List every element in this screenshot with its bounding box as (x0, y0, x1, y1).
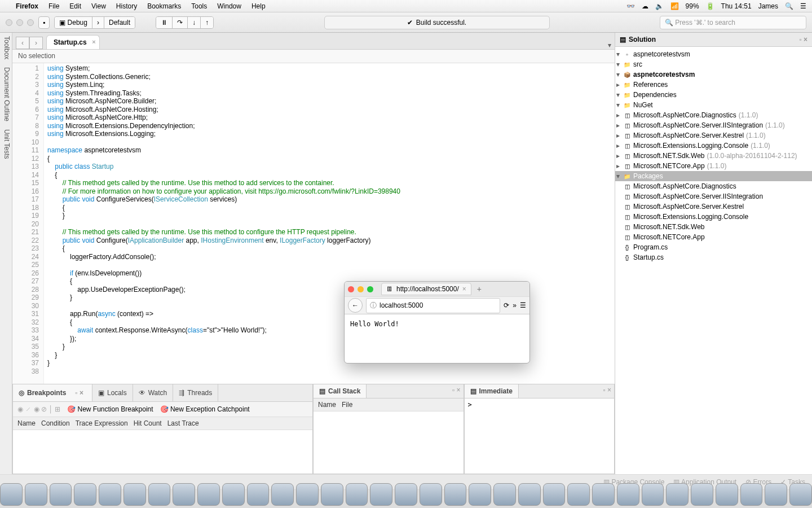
immediate-input[interactable]: > (465, 398, 615, 474)
dock-app-icon[interactable] (518, 483, 541, 506)
nav-back-button[interactable]: ‹ (16, 37, 29, 49)
dock-app-icon[interactable] (716, 483, 738, 506)
tab-watch[interactable]: 👁 Watch (133, 384, 174, 401)
dock-app-icon[interactable] (691, 483, 713, 506)
menu-help[interactable]: Help (251, 2, 266, 10)
dock-app-icon[interactable] (0, 483, 23, 506)
browser-more-icon[interactable]: » (513, 301, 517, 309)
tree-node[interactable]: ▸◫Microsoft.AspNetCore.Server.Kestrel (1… (615, 130, 812, 141)
tab-overflow-icon[interactable]: ▾ (608, 41, 611, 49)
unit-tests-tab[interactable]: Unit Tests (1, 129, 11, 159)
debug-controls[interactable]: ⏸ ↷ ↓ ↑ (156, 16, 214, 29)
dock-app-icon[interactable] (222, 483, 245, 506)
menu-tools[interactable]: Tools (191, 2, 207, 10)
close-icon[interactable]: × (92, 38, 95, 45)
new-func-bp-button[interactable]: 🎯 New Function Breakpoint (67, 405, 153, 413)
tree-node[interactable]: {}Startup.cs (615, 252, 812, 262)
dock-app-icon[interactable] (666, 483, 689, 506)
tree-node[interactable]: ◫Microsoft.AspNetCore.Server.Kestrel (615, 202, 812, 212)
tree-node[interactable]: ◫Microsoft.Extensions.Logging.Console (615, 212, 812, 222)
global-search[interactable]: 🔍 Press '⌘.' to search (660, 16, 806, 29)
dock-app-icon[interactable] (469, 483, 491, 506)
tree-node[interactable]: ◫Microsoft.AspNetCore.Diagnostics (615, 181, 812, 191)
dock-app-icon[interactable] (25, 483, 47, 506)
tree-node[interactable]: ◫Microsoft.AspNetCore.Server.IISIntegrat… (615, 191, 812, 202)
browser-min-icon[interactable] (358, 286, 364, 292)
browser-tab[interactable]: 🗏http://localhost:5000/× (381, 283, 471, 295)
dock-app-icon[interactable] (567, 483, 590, 506)
tree-node[interactable]: ▾📁src (615, 59, 812, 69)
dock-app-icon[interactable] (123, 483, 146, 506)
wifi-icon[interactable]: 📶 (670, 2, 679, 10)
step-over-button[interactable]: ↷ (173, 17, 188, 28)
doc-outline-tab[interactable]: Document Outline (1, 67, 11, 121)
cloud-icon[interactable]: ☁ (642, 2, 648, 10)
menu-view[interactable]: View (91, 2, 106, 10)
tree-node[interactable]: ▾📁Dependencies (615, 90, 812, 100)
tab-breakpoints[interactable]: ◎ Breakpoints▫ × (13, 384, 92, 401)
step-out-button[interactable]: ↑ (201, 17, 213, 28)
dock-app-icon[interactable] (789, 483, 812, 506)
tree-node[interactable]: {}Program.cs (615, 242, 812, 252)
run-config[interactable]: ▣ Debug › Default (54, 16, 135, 29)
browser-url-input[interactable]: ⓘlocalhost:5000 (366, 298, 500, 313)
battery-icon[interactable]: 🔋 (706, 2, 714, 10)
tree-node[interactable]: ▸◫Microsoft.AspNetCore.Server.IISIntegra… (615, 120, 812, 130)
browser-back-button[interactable]: ← (348, 298, 363, 313)
tree-node[interactable]: ▸📁References (615, 80, 812, 90)
dock-app-icon[interactable] (617, 483, 639, 506)
dock-app-icon[interactable] (74, 483, 96, 506)
window-traffic-lights[interactable] (6, 19, 34, 26)
dock-app-icon[interactable] (420, 483, 442, 506)
left-tool-rail[interactable]: Toolbox Document Outline Unit Tests (0, 33, 12, 474)
tree-node[interactable]: ▾📁NuGet (615, 100, 812, 110)
tab-immediate[interactable]: ▤ Immediate (465, 384, 519, 398)
tree-node[interactable]: ▸◫Microsoft.NET.Sdk.Web (1.0.0-alpha-201… (615, 151, 812, 161)
notifications-icon[interactable]: ☰ (800, 2, 806, 10)
new-exc-bp-button[interactable]: 🎯 New Exception Catchpoint (160, 405, 250, 413)
tab-callstack[interactable]: ▤ Call Stack (314, 384, 367, 398)
dock-app-icon[interactable] (321, 483, 343, 506)
dock-app-icon[interactable] (99, 483, 121, 506)
tree-node[interactable]: ▾📦aspnetcoretestvsm (615, 69, 812, 80)
dock-app-icon[interactable] (271, 483, 294, 506)
menu-window[interactable]: Window (217, 2, 241, 10)
browser-reload-icon[interactable]: ⟳ (504, 301, 509, 309)
dock-app-icon[interactable] (444, 483, 467, 506)
spotlight-icon[interactable]: 🔍 (785, 2, 793, 10)
stop-button[interactable]: ▪ (38, 16, 50, 29)
menu-file[interactable]: File (48, 2, 59, 10)
browser-window[interactable]: 🗏http://localhost:5000/× + ← ⓘlocalhost:… (344, 281, 530, 364)
clock[interactable]: Thu 14:51 (721, 2, 752, 10)
step-in-button[interactable]: ↓ (188, 17, 201, 28)
dock-app-icon[interactable] (642, 483, 664, 506)
breadcrumb[interactable]: No selection (12, 50, 615, 63)
macos-dock[interactable] (0, 474, 812, 508)
dock-app-icon[interactable] (173, 483, 195, 506)
dock-app-icon[interactable] (197, 483, 220, 506)
menu-edit[interactable]: Edit (69, 2, 81, 10)
dock-app-icon[interactable] (50, 483, 72, 506)
tab-threads[interactable]: ⇶ Threads (173, 384, 218, 401)
dock-app-icon[interactable] (543, 483, 566, 506)
dock-app-icon[interactable] (247, 483, 270, 506)
menu-bookmarks[interactable]: Bookmarks (147, 2, 181, 10)
menubar-app[interactable]: Firefox (16, 2, 38, 10)
tree-node[interactable]: ◫Microsoft.NET.Sdk.Web (615, 222, 812, 232)
browser-menu-icon[interactable]: ☰ (520, 301, 526, 309)
glasses-icon[interactable]: 👓 (626, 2, 635, 10)
tree-node[interactable]: ▸◫Microsoft.AspNetCore.Diagnostics (1.1.… (615, 110, 812, 120)
dock-app-icon[interactable] (370, 483, 392, 506)
tree-node[interactable]: ▾▫aspnetcoretestvsm (615, 49, 812, 59)
toolbox-tab[interactable]: Toolbox (1, 36, 11, 59)
pause-button[interactable]: ⏸ (156, 17, 173, 28)
tree-node[interactable]: ◫Microsoft.NETCore.App (615, 232, 812, 242)
browser-max-icon[interactable] (367, 286, 373, 292)
dock-app-icon[interactable] (296, 483, 319, 506)
dock-app-icon[interactable] (395, 483, 417, 506)
dock-app-icon[interactable] (765, 483, 787, 506)
dock-app-icon[interactable] (493, 483, 516, 506)
tab-startup[interactable]: Startup.cs× (46, 35, 100, 49)
dock-app-icon[interactable] (148, 483, 171, 506)
dock-app-icon[interactable] (592, 483, 615, 506)
